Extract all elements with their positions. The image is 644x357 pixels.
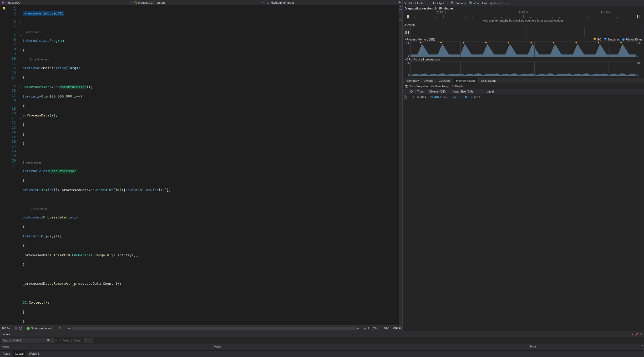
reset-view-button[interactable]: Reset View — [490, 2, 509, 5]
bottom-tool-tabs: Autos Locals Watch 1 — [0, 351, 644, 357]
health-indicator[interactable]: ✓ No issues found — [27, 327, 52, 330]
diagnostics-tabs: Summary Events Counters Memory Usage CPU… — [403, 78, 644, 83]
counter-hint: Add counter graphs by checking counters … — [403, 18, 644, 23]
issues-label: No issues found — [31, 327, 52, 330]
heap-icon: 🗀 — [431, 85, 434, 88]
snapshot-col-id[interactable]: ID — [408, 89, 416, 94]
warning-status-icon[interactable] — [19, 327, 22, 330]
tab-events[interactable]: Events — [422, 78, 436, 83]
private-bytes-icon — [622, 38, 625, 41]
zoom-in-icon: 🔍 — [451, 1, 454, 5]
codelens-references[interactable]: 2 references — [23, 160, 399, 164]
breadcrumb-method-label: Main(string[] args) — [271, 1, 294, 4]
chevron-down-icon: ▾ — [63, 327, 64, 329]
view-heap-button[interactable]: 🗀View Heap — [431, 85, 449, 88]
delete-snapshot-button[interactable]: ✕Delete — [452, 84, 463, 88]
zoom-in-button[interactable]: 🔍 Zoom In — [451, 1, 466, 5]
codelens-references[interactable]: 0 references — [23, 30, 399, 34]
tab-cpu-usage[interactable]: CPU Usage — [479, 78, 499, 83]
tab-memory-usage[interactable]: Memory Usage — [453, 78, 479, 83]
svg-rect-6 — [491, 2, 492, 4]
breadcrumb-project[interactable]: C InducedGC ▾ — [0, 0, 133, 5]
locals-col-type[interactable]: Type — [528, 344, 640, 350]
chevron-down-icon[interactable]: ▾ — [51, 339, 52, 342]
breadcrumb-class-label: InducedGC.Program — [138, 1, 165, 4]
cpu-section-header[interactable]: ◢CPU (% of all processors) — [403, 57, 644, 62]
split-editor-button[interactable]: ✚ — [397, 1, 402, 4]
code-editor[interactable]: {} 💡 1 2 3 4 5 6 7 8 9 10 11 — [0, 5, 402, 325]
ruler-handle-right[interactable] — [637, 15, 638, 18]
reset-view-icon — [490, 2, 493, 5]
time-ruler[interactable]: 23:50min 24:00min 24:10min — [403, 11, 644, 18]
events-section-header[interactable]: ◢Events — [403, 23, 644, 27]
output-button[interactable]: ➜ Output — [432, 1, 444, 5]
legend-snapshot: Snapshot — [604, 38, 620, 41]
breadcrumb-project-label: InducedGC — [6, 1, 21, 4]
snapshot-col-objects[interactable]: Objects (Diff) — [427, 89, 451, 94]
svg-text:C: C — [2, 2, 4, 4]
indent-mode[interactable]: SPC — [383, 327, 389, 330]
editor-vertical-scrollbar[interactable]: ▲ — [399, 5, 402, 325]
breadcrumb-method[interactable]: Main(string[] args) ▾ — [265, 0, 397, 5]
search-depth-label: Search Depth: — [63, 339, 83, 342]
chevron-down-icon: ▾ — [130, 1, 131, 4]
snapshot-row[interactable]: 1 53.01s 325,484 ( n/a ) 349,731.00 KB (… — [403, 94, 644, 100]
mem-y-min: 0 — [404, 54, 410, 57]
search-next-button[interactable]: → — [59, 339, 62, 342]
tab-autos[interactable]: Autos — [0, 351, 13, 357]
svg-rect-5 — [490, 3, 491, 4]
line-ending[interactable]: CRLF — [393, 327, 401, 330]
memory-graph[interactable] — [410, 42, 636, 57]
output-icon: ➜ — [432, 1, 434, 5]
snapshot-table: ID Time Objects (Diff) Heap Size (Diff) … — [403, 89, 644, 331]
brush-icon[interactable]: ✎ — [58, 327, 62, 330]
cpu-graph[interactable] — [410, 62, 636, 76]
svg-rect-48 — [405, 96, 407, 99]
events-pause-button[interactable]: ❚❚ — [404, 27, 410, 37]
window-dropdown-icon[interactable]: ▾ — [632, 333, 633, 336]
pause-icon: ❚❚ — [405, 30, 410, 34]
search-prev-button[interactable]: ← — [55, 339, 58, 342]
memory-section-header[interactable]: ◢Process Memory (GB) — [404, 38, 435, 41]
class-icon — [134, 1, 137, 4]
search-icon[interactable]: 🔍 — [47, 339, 51, 342]
editor-horizontal-scrollbar[interactable]: ◀ ▶ — [67, 327, 360, 330]
zoom-level[interactable]: 100 % ▾ — [2, 327, 12, 330]
chevron-down-icon: ▾ — [394, 1, 395, 4]
search-depth-dropdown[interactable] — [84, 338, 93, 343]
snapshot-col-time[interactable]: Time — [416, 89, 427, 94]
snapshot-col-label[interactable]: Label — [485, 89, 644, 94]
zoom-out-button[interactable]: 🔍 Zoom Out — [469, 1, 487, 5]
check-icon: ✓ — [27, 327, 30, 330]
gear-icon: ⚙ — [404, 1, 407, 5]
code-content[interactable]: namespace InducedGC; 0 references intern… — [23, 5, 399, 325]
locals-col-value[interactable]: Value — [212, 344, 528, 350]
tab-watch-1[interactable]: Watch 1 — [26, 351, 42, 357]
breadcrumb-bar: C InducedGC ▾ InducedGC.Program ▾ Main(s… — [0, 0, 402, 5]
fold-column[interactable]: ⌄ ⌄ ⌄ ⌄ — [18, 5, 23, 325]
svg-rect-7 — [492, 3, 493, 4]
codelens-references[interactable]: 1 reference — [23, 207, 399, 210]
take-snapshot-button[interactable]: 📷Take Snapshot — [405, 84, 429, 88]
codelens-references[interactable]: 0 references — [23, 57, 399, 61]
error-status-icon[interactable] — [14, 327, 18, 330]
locals-scrollbar[interactable]: ▲ — [640, 344, 644, 350]
cursor-line[interactable]: Ln: 1 — [363, 327, 369, 330]
editor-status-bar: 100 % ▾ ✓ No issues found ✎ ▾ — [0, 325, 402, 331]
tab-counters[interactable]: Counters — [436, 78, 453, 83]
breadcrumb-class[interactable]: InducedGC.Program ▾ — [133, 0, 265, 5]
tab-summary[interactable]: Summary — [404, 78, 422, 83]
snapshot-col-heap[interactable]: Heap Size (Diff) — [451, 89, 485, 94]
cursor-char[interactable]: Ch: 1 — [373, 327, 380, 330]
locals-search-input[interactable]: Search (Ctrl+E) 🔍 ▾ — [1, 338, 54, 343]
events-graph[interactable] — [410, 27, 642, 37]
session-duration: Diagnostics session: 24:15 minutes — [403, 6, 644, 11]
ruler-handle-left[interactable] — [407, 15, 409, 18]
pin-icon[interactable]: 📌 — [635, 333, 638, 336]
select-tools-button[interactable]: ⚙ Select Tools ▾ — [404, 1, 425, 5]
diagnostics-toolbar: ⚙ Select Tools ▾ ➜ Output 🔍 Zoom In 🔍 Zo… — [403, 0, 644, 6]
close-icon[interactable]: ✕ — [640, 333, 642, 336]
camera-icon: 📷 — [405, 84, 408, 88]
tab-locals[interactable]: Locals — [13, 351, 26, 357]
locals-col-name[interactable]: Name — [0, 344, 212, 350]
